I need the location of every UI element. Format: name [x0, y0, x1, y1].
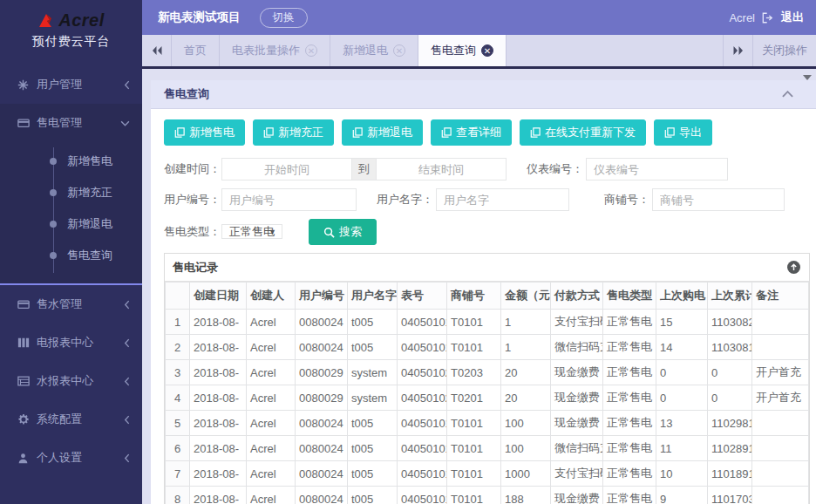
table-cell: 2018-08-	[190, 461, 247, 487]
sidebar-subitem-新增充正[interactable]: 新增充正	[0, 177, 142, 208]
copy-icon	[441, 127, 452, 138]
tab-close-icon[interactable]: ✕	[305, 44, 317, 57]
end-time-input[interactable]	[376, 158, 507, 180]
sidebar-item-系统配置[interactable]: 系统配置	[0, 400, 142, 439]
table-row[interactable]: 62018-08-Acrel0080024t00504050101T010110…	[166, 436, 809, 461]
tabbar-spacer	[507, 35, 723, 66]
table-cell: T0101	[447, 335, 501, 360]
chevron-left-icon	[124, 415, 130, 425]
panel-collapse-icon[interactable]	[782, 91, 793, 98]
table-row[interactable]: 52018-08-Acrel0080024t00504050101T010110…	[166, 411, 809, 436]
sidebar-group-2: 售水管理	[0, 285, 142, 324]
tab-新增退电[interactable]: 新增退电✕	[330, 35, 418, 66]
card-icon	[17, 117, 37, 129]
user-no-input[interactable]	[221, 188, 357, 211]
table-cell: Acrel	[247, 487, 296, 504]
table-row[interactable]: 32018-08-Acrel0080029system04050102T0203…	[166, 360, 809, 385]
toolbar-button-新增充正[interactable]: 新增充正	[253, 119, 334, 146]
table-cell: 10	[656, 461, 708, 487]
search-button[interactable]: 搜索	[309, 219, 377, 245]
toolbar-button-导出[interactable]: 导出	[654, 119, 712, 146]
sidebar-item-售电管理[interactable]: 售电管理	[0, 104, 142, 142]
records-title: 售电记录	[173, 260, 218, 276]
filter-row-1: 创建时间： 到 仪表编号：	[164, 158, 810, 180]
table-cell: 1102981.	[708, 411, 752, 436]
table-cell: 1101891.	[708, 461, 752, 487]
table-cell: t005	[348, 310, 398, 335]
table-cell: 1	[501, 310, 551, 335]
table-row[interactable]: 12018-08-Acrel0080024t00504050101T01011支…	[166, 310, 809, 335]
table-cell: 0080024	[296, 461, 348, 487]
table-cell: 1000	[501, 461, 551, 487]
sidebar-item-个人设置[interactable]: 个人设置	[0, 439, 142, 477]
sidebar-group-3: 电报表中心	[0, 324, 142, 362]
logo-subtitle: 预付费云平台	[0, 34, 142, 50]
toolbar-button-新增退电[interactable]: 新增退电	[342, 119, 423, 146]
close-operations-menu[interactable]: 关闭操作	[752, 35, 816, 66]
scroll-up-arrow-icon[interactable]	[803, 75, 812, 80]
acrel-logo-icon	[37, 13, 55, 29]
user-icon	[17, 453, 37, 464]
sidebar-item-水报表中心[interactable]: 水报表中心	[0, 362, 142, 400]
table-cell: 04050101	[398, 335, 447, 360]
column-header-付款方式: 付款方式	[551, 283, 603, 310]
tab-close-icon[interactable]: ✕	[393, 44, 405, 57]
table-cell: 0080024	[296, 310, 348, 335]
toolbar-button-label: 新增售电	[189, 125, 235, 140]
tabs-scroll-left-button[interactable]	[142, 35, 172, 66]
shop-no-input[interactable]	[652, 188, 785, 211]
gear-icon	[17, 413, 37, 426]
table-cell: 正常售电	[603, 385, 656, 411]
table-cell: 0	[656, 385, 708, 411]
user-name-label: 用户名字：	[374, 192, 433, 208]
table-cell: 20	[501, 360, 551, 385]
sidebar-group-6: 个人设置	[0, 439, 142, 477]
sale-type-select[interactable]: 正常售电 ▼	[221, 221, 282, 242]
app-window: Acrel 预付费云平台 用户管理售电管理新增售电新增充正新增退电售电查询售水管…	[0, 0, 816, 504]
copy-icon	[664, 127, 675, 138]
table-cell: 0080024	[296, 335, 348, 360]
sidebar-submenu: 新增售电新增充正新增退电售电查询	[0, 142, 142, 283]
sidebar-item-售水管理[interactable]: 售水管理	[0, 285, 142, 324]
meter-no-input[interactable]	[586, 158, 728, 180]
table-row[interactable]: 42018-08-Acrel0080029system04050102T0201…	[166, 385, 809, 411]
table-cell: 正常售电	[603, 310, 656, 335]
table-row[interactable]: 72018-08-Acrel0080024t00504050101T010110…	[166, 461, 809, 487]
table-cell: Acrel	[247, 385, 296, 411]
tab-close-icon[interactable]: ✕	[481, 44, 493, 57]
table-cell: T0101	[447, 436, 501, 461]
table-cell: 2018-08-	[190, 385, 247, 411]
sidebar-subitem-售电查询[interactable]: 售电查询	[0, 240, 142, 271]
toolbar-button-查看详细[interactable]: 查看详细	[431, 119, 512, 146]
tab-label: 电表批量操作	[232, 43, 300, 58]
table-row[interactable]: 22018-08-Acrel0080024t00504050101T01011微…	[166, 335, 809, 360]
tab-电表批量操作[interactable]: 电表批量操作✕	[220, 35, 330, 66]
collapse-up-circle-icon[interactable]	[787, 261, 800, 274]
table-cell: 15	[656, 310, 708, 335]
table-cell: 4	[166, 385, 190, 411]
copy-icon	[174, 127, 185, 138]
table-row[interactable]: 82018-08-Acrel0080024t00504050101T010118…	[166, 487, 809, 504]
table-cell: 0	[708, 385, 752, 411]
toolbar-button-新增售电[interactable]: 新增售电	[164, 119, 245, 146]
tab-售电查询[interactable]: 售电查询✕	[418, 35, 507, 66]
column-header-备注: 备注	[752, 283, 809, 310]
toolbar-button-在线支付重新下发[interactable]: 在线支付重新下发	[520, 119, 646, 146]
column-header-金额（元: 金额（元	[501, 283, 551, 310]
sidebar-subitem-新增售电[interactable]: 新增售电	[0, 146, 142, 177]
tabs-scroll-right-button[interactable]	[723, 35, 752, 66]
start-time-input[interactable]	[221, 158, 352, 180]
sidebar-item-电报表中心[interactable]: 电报表中心	[0, 324, 142, 362]
tab-首页[interactable]: 首页	[172, 35, 220, 66]
asterisk-icon	[17, 79, 37, 91]
panel-title: 售电查询	[164, 86, 209, 102]
copy-icon	[352, 127, 363, 138]
switch-project-button[interactable]: 切换	[260, 8, 308, 28]
username[interactable]: Acrel	[729, 11, 755, 24]
sidebar-subitem-新增退电[interactable]: 新增退电	[0, 208, 142, 240]
sidebar-item-用户管理[interactable]: 用户管理	[0, 65, 142, 104]
chevron-left-icon	[124, 377, 130, 386]
user-name-input[interactable]	[436, 188, 569, 211]
toolbar: 新增售电新增充正新增退电查看详细在线支付重新下发导出	[164, 119, 810, 146]
logout-button[interactable]: 退出	[781, 10, 804, 25]
